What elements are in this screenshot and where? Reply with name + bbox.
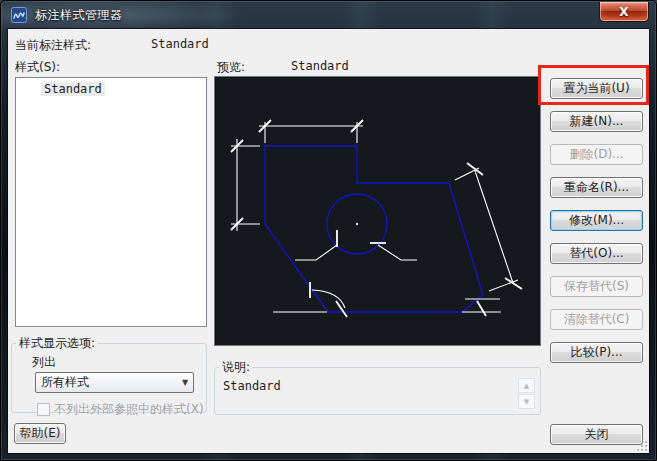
preview-dimensions-white xyxy=(231,120,522,317)
preview-canvas xyxy=(214,76,541,346)
preview-shape-blue xyxy=(265,146,483,312)
delete-button: 删除(D)... xyxy=(550,144,643,165)
rename-button[interactable]: 重命名(R)... xyxy=(550,177,643,198)
scroll-up-button[interactable]: ▲ xyxy=(518,378,535,393)
close-icon: X xyxy=(619,6,628,18)
style-filter-dropdown[interactable]: 所有样式 ▼ xyxy=(35,372,194,393)
styles-listbox[interactable]: Standard xyxy=(15,77,207,327)
chevron-down-icon: ▼ xyxy=(177,378,193,387)
hide-xref-checkbox[interactable] xyxy=(37,403,50,416)
hide-xref-checkbox-row: 不列出外部参照中的样式(X) xyxy=(37,401,204,418)
style-display-options-group: 样式显示选项: 列出 所有样式 ▼ 不列出外部参照中的样式(X) xyxy=(11,335,207,413)
close-button[interactable]: X xyxy=(599,2,649,22)
window-title: 标注样式管理器 xyxy=(35,7,123,24)
clear-override-button: 清除替代(C) xyxy=(550,309,643,330)
override-button[interactable]: 替代(O)... xyxy=(550,243,643,264)
app-icon xyxy=(11,7,27,23)
resize-grip[interactable] xyxy=(636,440,648,452)
description-group: 说明: Standard ▲ ▼ xyxy=(214,359,541,415)
description-label: 说明: xyxy=(219,359,253,376)
list-label: 列出 xyxy=(32,354,56,371)
preview-style-name: Standard xyxy=(291,59,349,73)
help-button[interactable]: 帮助(E) xyxy=(14,423,66,444)
modify-button[interactable]: 修改(M)... xyxy=(550,210,643,231)
compare-button[interactable]: 比较(P)... xyxy=(550,342,643,363)
close-dialog-button[interactable]: 关闭 xyxy=(550,424,643,445)
scroll-up-icon: ▲ xyxy=(524,382,529,390)
dimension-style-manager-window: 标注样式管理器 X 当前标注样式: Standard 样式(S): Standa… xyxy=(0,0,657,461)
description-value: Standard xyxy=(223,379,281,393)
new-style-button[interactable]: 新建(N)... xyxy=(550,111,643,132)
dialog-body: 当前标注样式: Standard 样式(S): Standard 预览: Sta… xyxy=(8,29,649,453)
description-scrollbar: ▲ ▼ xyxy=(518,378,535,410)
styles-list-label: 样式(S): xyxy=(15,59,60,76)
preview-label: 预览: xyxy=(217,59,245,76)
scroll-down-icon: ▼ xyxy=(524,398,529,406)
set-current-button[interactable]: 置为当前(U) xyxy=(550,78,643,99)
save-override-button: 保存替代(S) xyxy=(550,276,643,297)
scroll-down-button[interactable]: ▼ xyxy=(518,394,535,409)
style-display-options-label: 样式显示选项: xyxy=(16,335,98,352)
current-style-label: 当前标注样式: xyxy=(15,37,91,54)
dropdown-selected-value: 所有样式 xyxy=(36,374,177,391)
current-style-value: Standard xyxy=(151,37,209,51)
hide-xref-checkbox-label: 不列出外部参照中的样式(X) xyxy=(54,401,204,418)
side-button-column: 置为当前(U) 新建(N)... 删除(D)... 重命名(R)... 修改(M… xyxy=(550,78,643,375)
title-bar: 标注样式管理器 X xyxy=(1,1,656,29)
style-list-item-standard[interactable]: Standard xyxy=(41,82,105,96)
window-frame: 标注样式管理器 X 当前标注样式: Standard 样式(S): Standa… xyxy=(0,0,657,461)
dimension-preview-drawing xyxy=(215,77,540,345)
circle-center-dot xyxy=(356,223,358,225)
